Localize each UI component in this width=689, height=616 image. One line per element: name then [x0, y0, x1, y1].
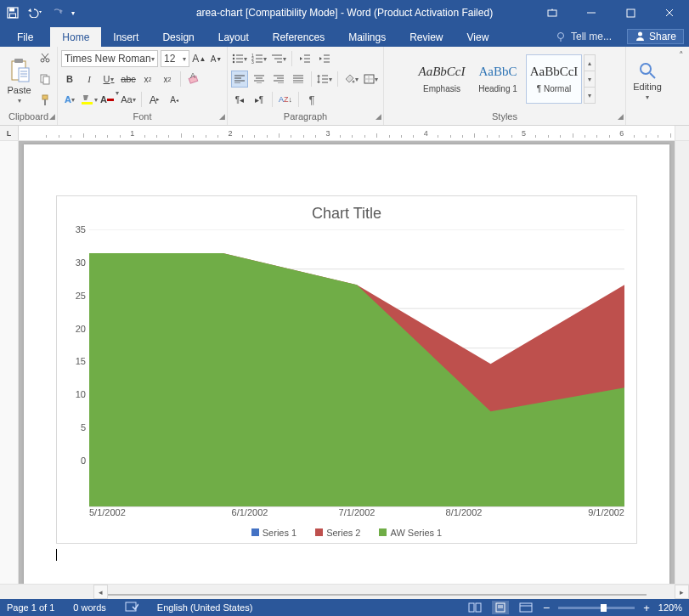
- chart-object[interactable]: Chart Title 05101520253035 5/1/20026/1/2…: [56, 195, 637, 544]
- zoom-out-button[interactable]: −: [543, 601, 550, 614]
- shrink-font-button[interactable]: A▼: [209, 50, 223, 67]
- tab-design[interactable]: Design: [150, 27, 206, 47]
- italic-button[interactable]: I: [81, 71, 98, 88]
- tab-references[interactable]: References: [261, 27, 336, 47]
- svg-rect-24: [44, 99, 46, 105]
- share-button[interactable]: Share: [627, 29, 684, 44]
- scissors-icon: [39, 52, 51, 64]
- font-size-combo[interactable]: 12▾: [161, 50, 189, 67]
- tell-me-search[interactable]: Tell me...: [555, 31, 612, 42]
- change-case-button[interactable]: Aa▾: [120, 91, 137, 108]
- hscroll-thumb[interactable]: [108, 594, 647, 596]
- clear-formatting-button[interactable]: A: [185, 71, 202, 88]
- multilevel-button[interactable]: ▾: [270, 50, 287, 67]
- bullets-button[interactable]: ▾: [231, 50, 248, 67]
- paragraph-launcher-icon[interactable]: ◢: [376, 112, 381, 121]
- align-center-icon: [254, 75, 264, 83]
- rtl-button[interactable]: ▸¶: [251, 91, 268, 108]
- close-button[interactable]: [650, 0, 689, 25]
- style-emphasis[interactable]: AaBbCcI Emphasis: [414, 54, 470, 104]
- document-scroll[interactable]: Chart Title 05101520253035 5/1/20026/1/2…: [19, 141, 675, 584]
- qat-customize-icon[interactable]: ▾: [71, 9, 75, 17]
- svg-rect-27: [82, 102, 93, 105]
- ribbon-display-options-icon[interactable]: [533, 0, 572, 25]
- font-color-button[interactable]: A▾: [100, 91, 117, 108]
- undo-icon[interactable]: [27, 8, 42, 18]
- svg-rect-84: [126, 602, 136, 611]
- ltr-button[interactable]: ¶◂: [231, 91, 248, 108]
- borders-icon: [364, 74, 375, 84]
- align-left-button[interactable]: [231, 71, 248, 88]
- text-effects-button[interactable]: A▾: [61, 91, 78, 108]
- format-painter-button[interactable]: [37, 92, 54, 109]
- shrink-font2-button[interactable]: A◂: [166, 91, 183, 108]
- legend-item[interactable]: AW Series 1: [379, 528, 442, 538]
- sort-button[interactable]: AZ↓: [277, 91, 294, 108]
- status-spellcheck-icon[interactable]: [125, 602, 138, 614]
- minimize-button[interactable]: [572, 0, 611, 25]
- horizontal-scrollbar[interactable]: ◂ ▸: [0, 584, 689, 599]
- editing-button[interactable]: Editing ▾: [630, 58, 665, 101]
- copy-button[interactable]: [37, 71, 54, 88]
- subscript-button[interactable]: x2: [139, 71, 156, 88]
- style-normal[interactable]: AaBbCcI ¶ Normal: [526, 54, 582, 104]
- zoom-slider[interactable]: [558, 607, 635, 609]
- save-icon[interactable]: [7, 7, 19, 19]
- tab-layout[interactable]: Layout: [206, 27, 261, 47]
- chart-legend[interactable]: Series 1Series 2AW Series 1: [69, 523, 624, 538]
- maximize-button[interactable]: [611, 0, 650, 25]
- align-center-button[interactable]: [251, 71, 268, 88]
- tab-selector[interactable]: L: [0, 126, 19, 140]
- bold-button[interactable]: B: [61, 71, 78, 88]
- styles-launcher-icon[interactable]: ◢: [618, 112, 624, 121]
- paste-button[interactable]: Paste ▾: [3, 54, 35, 105]
- tab-mailings[interactable]: Mailings: [336, 27, 398, 47]
- clipboard-launcher-icon[interactable]: ◢: [49, 112, 55, 121]
- tab-review[interactable]: Review: [398, 27, 455, 47]
- highlight-button[interactable]: ▾: [81, 91, 98, 108]
- font-launcher-icon[interactable]: ◢: [219, 112, 225, 121]
- superscript-button[interactable]: x2: [159, 71, 176, 88]
- status-language[interactable]: English (United States): [157, 602, 253, 613]
- font-name-combo[interactable]: Times New Roman▾: [61, 50, 158, 67]
- tab-file[interactable]: File: [0, 27, 50, 47]
- grow-font-button[interactable]: A▲: [192, 50, 206, 67]
- read-mode-icon[interactable]: [466, 601, 483, 614]
- chart-title[interactable]: Chart Title: [69, 205, 624, 223]
- style-heading1[interactable]: AaBbC Heading 1: [470, 54, 526, 104]
- align-right-button[interactable]: [270, 71, 287, 88]
- strikethrough-button[interactable]: abc: [120, 71, 137, 88]
- collapse-ribbon-icon[interactable]: ˄: [674, 47, 689, 125]
- tab-insert[interactable]: Insert: [101, 27, 150, 47]
- hscroll-right-icon[interactable]: ▸: [675, 585, 689, 599]
- zoom-level[interactable]: 120%: [658, 602, 682, 613]
- horizontal-ruler[interactable]: 123456: [19, 126, 675, 140]
- underline-button[interactable]: U▾: [100, 71, 117, 88]
- legend-item[interactable]: Series 1: [251, 528, 296, 538]
- vertical-scrollbar[interactable]: [675, 141, 689, 584]
- svg-rect-12: [14, 59, 23, 63]
- tab-view[interactable]: View: [455, 27, 501, 47]
- status-page[interactable]: Page 1 of 1: [7, 602, 54, 613]
- borders-button[interactable]: ▾: [362, 71, 379, 88]
- grow-font2-button[interactable]: A▸: [146, 91, 163, 108]
- status-word-count[interactable]: 0 words: [73, 602, 106, 613]
- hscroll-left-icon[interactable]: ◂: [93, 585, 108, 599]
- increase-indent-button[interactable]: [316, 50, 333, 67]
- show-marks-button[interactable]: ¶: [303, 91, 320, 108]
- web-layout-icon[interactable]: [517, 601, 534, 614]
- vertical-ruler[interactable]: [0, 141, 19, 584]
- cut-button[interactable]: [37, 49, 54, 66]
- justify-button[interactable]: [290, 71, 307, 88]
- tab-home[interactable]: Home: [50, 27, 101, 47]
- print-layout-icon[interactable]: [492, 601, 509, 614]
- line-spacing-button[interactable]: ▾: [316, 71, 333, 88]
- styles-scroll[interactable]: ▴▾▾: [584, 54, 596, 104]
- decrease-indent-button[interactable]: [296, 50, 313, 67]
- chart-plot-area[interactable]: [89, 229, 624, 507]
- redo-icon[interactable]: [51, 8, 63, 18]
- legend-item[interactable]: Series 2: [315, 528, 360, 538]
- numbering-button[interactable]: 123▾: [251, 50, 268, 67]
- shading-button[interactable]: ▾: [342, 71, 359, 88]
- zoom-in-button[interactable]: +: [643, 602, 650, 614]
